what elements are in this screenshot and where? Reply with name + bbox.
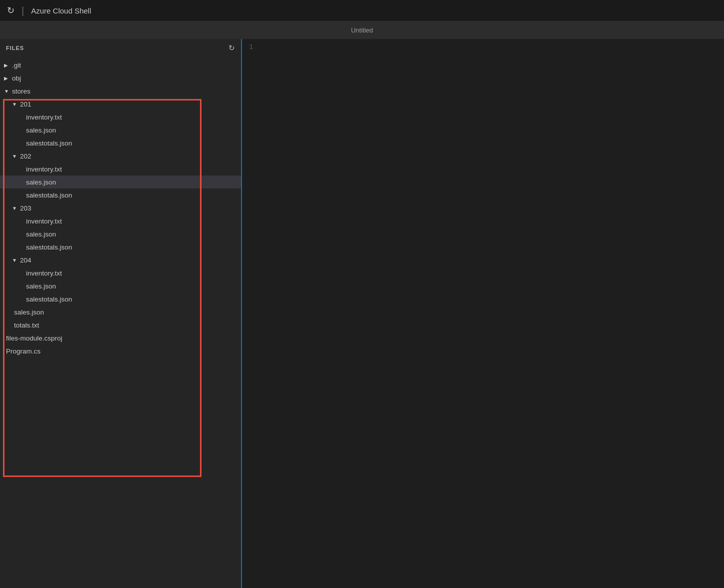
tree-item-204[interactable]: ▼ 204 xyxy=(0,254,241,266)
label-program: Program.cs xyxy=(6,348,40,355)
tree-item-stores-totals[interactable]: totals.txt xyxy=(0,318,241,332)
tree-item-program[interactable]: Program.cs xyxy=(0,344,241,358)
label-203-sales: sales.json xyxy=(26,230,56,238)
label-204-inventory: inventory.txt xyxy=(26,270,62,277)
label-stores-sales: sales.json xyxy=(14,308,44,316)
file-tree: ▶ .git ▶ obj ▼ stores ▼ 201 inventory.tx… xyxy=(0,56,241,588)
label-204: 204 xyxy=(20,256,32,264)
label-files-module: files-module.csproj xyxy=(6,334,62,342)
line-number-1: 1 xyxy=(242,42,261,50)
main-area: FILES ↻ ▶ .git ▶ obj ▼ stores ▼ xyxy=(0,39,724,588)
label-stores-totals: totals.txt xyxy=(14,322,39,329)
label-204-sales: sales.json xyxy=(26,282,56,290)
tree-item-201[interactable]: ▼ 201 xyxy=(0,98,241,110)
label-203-salestotals: salestotals.json xyxy=(26,244,72,251)
label-obj: obj xyxy=(12,74,21,82)
tree-item-201-inventory[interactable]: inventory.txt xyxy=(0,110,241,124)
refresh-files-icon[interactable]: ↻ xyxy=(228,44,235,52)
tree-item-stores-sales[interactable]: sales.json xyxy=(0,306,241,318)
label-203-inventory: inventory.txt xyxy=(26,218,62,225)
label-202-inventory: inventory.txt xyxy=(26,166,62,173)
tree-item-201-sales[interactable]: sales.json xyxy=(0,124,241,136)
label-201: 201 xyxy=(20,100,32,108)
label-201-salestotals: salestotals.json xyxy=(26,140,72,147)
editor-content: 1 xyxy=(242,39,724,588)
tree-item-202[interactable]: ▼ 202 xyxy=(0,150,241,162)
topbar: ↻ | Azure Cloud Shell xyxy=(0,0,724,22)
arrow-obj: ▶ xyxy=(4,76,12,81)
arrow-204: ▼ xyxy=(12,258,20,263)
label-201-sales: sales.json xyxy=(26,126,56,134)
tree-item-203-inventory[interactable]: inventory.txt xyxy=(0,214,241,228)
tree-item-202-salestotals[interactable]: salestotals.json xyxy=(0,188,241,202)
topbar-title: Azure Cloud Shell xyxy=(31,6,91,15)
arrow-203: ▼ xyxy=(12,206,20,211)
tree-item-203-sales[interactable]: sales.json xyxy=(0,228,241,240)
arrow-stores: ▼ xyxy=(4,88,12,94)
refresh-icon[interactable]: ↻ xyxy=(7,5,14,16)
tree-item-202-sales[interactable]: sales.json xyxy=(0,176,241,188)
label-stores: stores xyxy=(12,88,30,95)
arrow-git: ▶ xyxy=(4,62,12,68)
file-explorer: FILES ↻ ▶ .git ▶ obj ▼ stores ▼ xyxy=(0,39,242,588)
tree-item-202-inventory[interactable]: inventory.txt xyxy=(0,162,241,176)
editor-body[interactable] xyxy=(266,41,724,588)
tree-item-201-salestotals[interactable]: salestotals.json xyxy=(0,136,241,150)
topbar-divider: | xyxy=(22,5,24,16)
arrow-201: ▼ xyxy=(12,102,20,107)
editor-area: 1 xyxy=(242,39,724,588)
label-202-salestotals: salestotals.json xyxy=(26,192,72,199)
tree-item-files-module[interactable]: files-module.csproj xyxy=(0,332,241,344)
tree-item-204-sales[interactable]: sales.json xyxy=(0,280,241,292)
tree-item-stores[interactable]: ▼ stores xyxy=(0,84,241,98)
tab-title: Untitled xyxy=(351,26,373,34)
label-201-inventory: inventory.txt xyxy=(26,114,62,121)
tree-item-203-salestotals[interactable]: salestotals.json xyxy=(0,240,241,254)
label-204-salestotals: salestotals.json xyxy=(26,296,72,303)
label-202-sales: sales.json xyxy=(26,178,56,186)
label-203: 203 xyxy=(20,204,32,212)
files-label: FILES xyxy=(6,45,24,51)
tabbar: Untitled xyxy=(0,22,724,39)
files-header: FILES ↻ xyxy=(0,39,241,56)
tree-item-obj[interactable]: ▶ obj xyxy=(0,72,241,84)
tree-item-204-salestotals[interactable]: salestotals.json xyxy=(0,292,241,306)
label-git: .git xyxy=(12,62,21,69)
label-202: 202 xyxy=(20,152,32,160)
tree-item-git[interactable]: ▶ .git xyxy=(0,58,241,72)
tree-item-204-inventory[interactable]: inventory.txt xyxy=(0,266,241,280)
line-numbers: 1 xyxy=(242,41,266,588)
tree-item-203[interactable]: ▼ 203 xyxy=(0,202,241,214)
arrow-202: ▼ xyxy=(12,154,20,159)
